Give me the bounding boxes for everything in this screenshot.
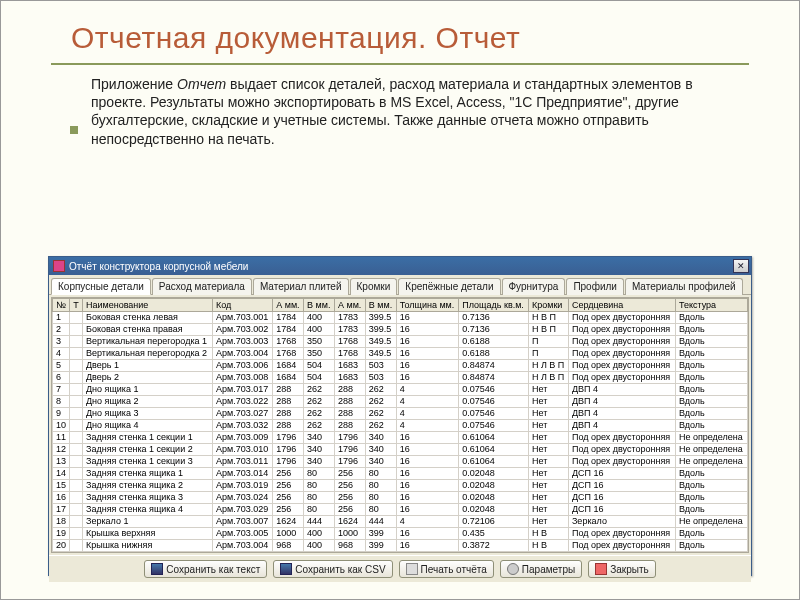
table-cell: Нет bbox=[528, 444, 568, 456]
table-cell: 1624 bbox=[273, 516, 304, 528]
table-row[interactable]: 2Боковая стенка праваяАрм.703.0021784400… bbox=[53, 324, 748, 336]
tab-krepezh[interactable]: Крепёжные детали bbox=[398, 278, 500, 295]
column-header[interactable]: А мм. bbox=[334, 299, 365, 312]
bullet-icon bbox=[70, 126, 78, 134]
column-header[interactable]: А мм. bbox=[273, 299, 304, 312]
table-cell: Нет bbox=[528, 492, 568, 504]
table-cell: Арм.703.004 bbox=[213, 348, 273, 360]
table-cell: 256 bbox=[334, 492, 365, 504]
table-cell: Вдоль bbox=[675, 336, 747, 348]
table-cell: Вдоль bbox=[675, 468, 747, 480]
table-cell: Арм.703.001 bbox=[213, 312, 273, 324]
table-row[interactable]: 9Дно ящика 3Арм.703.02728826228826240.07… bbox=[53, 408, 748, 420]
table-cell: Нет bbox=[528, 516, 568, 528]
save-csv-button[interactable]: Сохранить как CSV bbox=[273, 560, 392, 578]
table-cell: Вдоль bbox=[675, 480, 747, 492]
table-cell: 262 bbox=[365, 408, 396, 420]
table-row[interactable]: 16Задняя стенка ящика 3Арм.703.024256802… bbox=[53, 492, 748, 504]
table-row[interactable]: 7Дно ящика 1Арм.703.01728826228826240.07… bbox=[53, 384, 748, 396]
column-header[interactable]: Толщина мм. bbox=[396, 299, 459, 312]
table-cell bbox=[70, 312, 83, 324]
data-grid[interactable]: №ТНаименованиеКодА мм.В мм.А мм.В мм.Тол… bbox=[51, 297, 749, 553]
table-cell: Н Л В П bbox=[528, 372, 568, 384]
table-cell: 256 bbox=[334, 468, 365, 480]
table-cell: 350 bbox=[304, 348, 335, 360]
close-button[interactable]: Закрыть bbox=[588, 560, 656, 578]
column-header[interactable]: В мм. bbox=[365, 299, 396, 312]
column-header[interactable]: Т bbox=[70, 299, 83, 312]
table-cell: 15 bbox=[53, 480, 70, 492]
column-header[interactable]: Текстура bbox=[675, 299, 747, 312]
tab-materials-profilej[interactable]: Материалы профилей bbox=[625, 278, 743, 295]
table-cell: 503 bbox=[365, 372, 396, 384]
save-icon bbox=[280, 563, 292, 575]
table-cell: 503 bbox=[365, 360, 396, 372]
table-cell: Под орех двусторонняя bbox=[568, 372, 675, 384]
close-icon bbox=[595, 563, 607, 575]
table-cell: Арм.703.004 bbox=[213, 540, 273, 552]
table-cell: Дверь 1 bbox=[82, 360, 212, 372]
table-cell: 1000 bbox=[334, 528, 365, 540]
table-cell: ДСП 16 bbox=[568, 492, 675, 504]
column-header[interactable]: Наименование bbox=[82, 299, 212, 312]
column-header[interactable]: В мм. bbox=[304, 299, 335, 312]
table-row[interactable]: 6Дверь 2Арм.703.00816845041683503160.848… bbox=[53, 372, 748, 384]
table-cell: 4 bbox=[53, 348, 70, 360]
table-row[interactable]: 3Вертикальная перегородка 1Арм.703.00317… bbox=[53, 336, 748, 348]
table-row[interactable]: 13Задняя стенка 1 секции 3Арм.703.011179… bbox=[53, 456, 748, 468]
table-row[interactable]: 21Левая стенка ящика 1Арм.703.0152628026… bbox=[53, 552, 748, 554]
table-cell: 2 bbox=[53, 324, 70, 336]
tab-profili[interactable]: Профили bbox=[566, 278, 624, 295]
table-row[interactable]: 4Вертикальная перегородка 2Арм.703.00417… bbox=[53, 348, 748, 360]
table-row[interactable]: 10Дно ящика 4Арм.703.03228826228826240.0… bbox=[53, 420, 748, 432]
table-cell: 0.02048 bbox=[459, 504, 529, 516]
params-button[interactable]: Параметры bbox=[500, 560, 582, 578]
table-row[interactable]: 19Крышка верхняяАрм.703.0051000400100039… bbox=[53, 528, 748, 540]
column-header[interactable]: Код bbox=[213, 299, 273, 312]
tab-korpus[interactable]: Корпусные детали bbox=[51, 278, 151, 295]
table-cell: 288 bbox=[273, 408, 304, 420]
table-cell: 0.7136 bbox=[459, 312, 529, 324]
table-cell bbox=[70, 492, 83, 504]
table-cell: 80 bbox=[304, 504, 335, 516]
tab-rashod[interactable]: Расход материала bbox=[152, 278, 252, 295]
table-cell: Вдоль bbox=[675, 384, 747, 396]
table-cell: 0.61064 bbox=[459, 432, 529, 444]
column-header[interactable]: Сердцевина bbox=[568, 299, 675, 312]
close-icon[interactable]: ✕ bbox=[733, 259, 749, 273]
column-header[interactable]: Кромки bbox=[528, 299, 568, 312]
table-cell: 20 bbox=[53, 540, 70, 552]
table-cell: Под орех двусторонняя bbox=[568, 540, 675, 552]
table-cell: 16 bbox=[396, 528, 459, 540]
table-cell: Боковая стенка левая bbox=[82, 312, 212, 324]
table-row[interactable]: 15Задняя стенка ящика 2Арм.703.019256802… bbox=[53, 480, 748, 492]
table-row[interactable]: 1Боковая стенка леваяАрм.703.00117844001… bbox=[53, 312, 748, 324]
table-cell: 0.07546 bbox=[459, 396, 529, 408]
tab-kromki[interactable]: Кромки bbox=[350, 278, 398, 295]
print-label: Печать отчёта bbox=[421, 564, 487, 575]
table-cell: Под орех двусторонняя bbox=[568, 336, 675, 348]
table-cell: ДВП 4 bbox=[568, 408, 675, 420]
print-button[interactable]: Печать отчёта bbox=[399, 560, 494, 578]
tab-furnitura[interactable]: Фурнитура bbox=[502, 278, 566, 295]
table-row[interactable]: 11Задняя стенка 1 секции 1Арм.703.009179… bbox=[53, 432, 748, 444]
save-text-button[interactable]: Сохранить как текст bbox=[144, 560, 267, 578]
table-row[interactable]: 5Дверь 1Арм.703.00616845041683503160.848… bbox=[53, 360, 748, 372]
table-cell: 262 bbox=[304, 396, 335, 408]
table-row[interactable]: 14Задняя стенка ящика 1Арм.703.014256802… bbox=[53, 468, 748, 480]
table-row[interactable]: 12Задняя стенка 1 секции 2Арм.703.010179… bbox=[53, 444, 748, 456]
table-row[interactable]: 20Крышка нижняяАрм.703.00496840096839916… bbox=[53, 540, 748, 552]
table-row[interactable]: 17Задняя стенка ящика 4Арм.703.029256802… bbox=[53, 504, 748, 516]
tab-material-plitej[interactable]: Материал плитей bbox=[253, 278, 349, 295]
table-cell: Дно ящика 2 bbox=[82, 396, 212, 408]
table-cell: 1783 bbox=[334, 312, 365, 324]
table-row[interactable]: 18Зеркало 1Арм.703.0071624444162444440.7… bbox=[53, 516, 748, 528]
column-header[interactable]: № bbox=[53, 299, 70, 312]
table-cell: 0.6188 bbox=[459, 336, 529, 348]
table-row[interactable]: 8Дно ящика 2Арм.703.02228826228826240.07… bbox=[53, 396, 748, 408]
table-cell: 80 bbox=[365, 480, 396, 492]
column-header[interactable]: Площадь кв.м. bbox=[459, 299, 529, 312]
table-cell: 340 bbox=[304, 432, 335, 444]
table-cell: 400 bbox=[304, 324, 335, 336]
table-cell: Вдоль bbox=[675, 540, 747, 552]
